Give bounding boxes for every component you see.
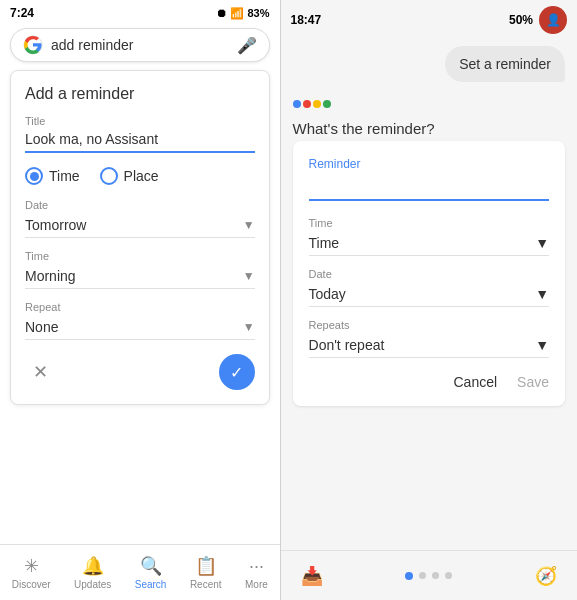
right-status-bar: 18:47 50% 👤 <box>281 0 577 38</box>
recent-icon: 📋 <box>195 555 217 577</box>
right-battery-text: 50% <box>509 13 533 27</box>
date-value: Tomorrow <box>25 217 86 233</box>
close-button[interactable]: ✕ <box>25 357 55 387</box>
card-actions: ✕ ✓ <box>25 354 255 390</box>
repeat-dropdown[interactable]: Repeat None ▼ <box>25 301 255 340</box>
radio-group: Time Place <box>25 167 255 185</box>
nav-dot-3 <box>432 572 439 579</box>
date-label: Date <box>25 199 255 211</box>
nav-dot-1 <box>405 572 413 580</box>
nav-search[interactable]: 🔍 Search <box>135 555 167 590</box>
left-time: 7:24 <box>10 6 34 20</box>
chevron-down-repeats-icon: ▼ <box>535 337 549 353</box>
chevron-down-time-right-icon: ▼ <box>535 235 549 251</box>
time-value: Morning <box>25 268 76 284</box>
discover-icon: ✳ <box>24 555 39 577</box>
dot-red <box>303 100 311 108</box>
right-time: 18:47 <box>291 13 322 27</box>
nav-recent[interactable]: 📋 Recent <box>190 555 222 590</box>
right-status-icons: 50% 👤 <box>509 6 567 34</box>
confirm-button[interactable]: ✓ <box>219 354 255 390</box>
assistant-logo <box>293 100 331 108</box>
nav-more-label: More <box>245 579 268 590</box>
date-form-value-row[interactable]: Today ▼ <box>309 282 549 307</box>
radio-place[interactable]: Place <box>100 167 159 185</box>
title-field-label: Title <box>25 115 255 127</box>
radio-time-label: Time <box>49 168 80 184</box>
chevron-down-icon: ▼ <box>243 218 255 232</box>
date-form-value: Today <box>309 286 346 302</box>
record-icon: ⏺ <box>216 7 227 19</box>
battery-icon: 83% <box>247 7 269 19</box>
mic-icon[interactable]: 🎤 <box>237 36 257 55</box>
reminder-form-label: Reminder <box>309 157 549 171</box>
chevron-down-time-icon: ▼ <box>243 269 255 283</box>
dot-blue <box>293 100 301 108</box>
left-panel: 7:24 ⏺ 📶 83% add reminder 🎤 Add a remind… <box>0 0 280 600</box>
updates-icon: 🔔 <box>82 555 104 577</box>
nav-recent-label: Recent <box>190 579 222 590</box>
time-form-value-row[interactable]: Time ▼ <box>309 231 549 256</box>
time-value-row[interactable]: Morning ▼ <box>25 264 255 289</box>
set-reminder-bubble: Set a reminder <box>445 46 565 82</box>
date-form-label: Date <box>309 268 549 280</box>
save-button[interactable]: Save <box>517 374 549 390</box>
repeat-value-row[interactable]: None ▼ <box>25 315 255 340</box>
cancel-button[interactable]: Cancel <box>453 374 497 390</box>
left-status-bar: 7:24 ⏺ 📶 83% <box>0 0 280 24</box>
nav-updates-label: Updates <box>74 579 111 590</box>
nav-search-label: Search <box>135 579 167 590</box>
time-form-value: Time <box>309 235 340 251</box>
bottom-nav: ✳ Discover 🔔 Updates 🔍 Search 📋 Recent ·… <box>0 544 280 600</box>
form-actions: Cancel Save <box>309 374 549 390</box>
assistant-row <box>293 94 565 108</box>
repeats-form-value-row[interactable]: Don't repeat ▼ <box>309 333 549 358</box>
radio-time[interactable]: Time <box>25 167 80 185</box>
nav-dot-2 <box>419 572 426 579</box>
time-form-label: Time <box>309 217 549 229</box>
wifi-icon: 📶 <box>230 7 244 20</box>
chevron-down-repeat-icon: ▼ <box>243 320 255 334</box>
title-input[interactable] <box>25 129 255 153</box>
chevron-down-date-right-icon: ▼ <box>535 286 549 302</box>
repeat-value: None <box>25 319 58 335</box>
repeats-form-value: Don't repeat <box>309 337 385 353</box>
assistant-question: What's the reminder? <box>293 120 565 137</box>
radio-place-circle <box>100 167 118 185</box>
reminder-card: Add a reminder Title Time Place Date Tom… <box>10 70 270 405</box>
nav-discover[interactable]: ✳ Discover <box>12 555 51 590</box>
nav-discover-label: Discover <box>12 579 51 590</box>
repeats-form-label: Repeats <box>309 319 549 331</box>
time-dropdown[interactable]: Time Morning ▼ <box>25 250 255 289</box>
repeat-label: Repeat <box>25 301 255 313</box>
right-content: Set a reminder What's the reminder? Remi… <box>281 38 577 600</box>
radio-time-circle <box>25 167 43 185</box>
time-label: Time <box>25 250 255 262</box>
avatar: 👤 <box>539 6 567 34</box>
search-icon: 🔍 <box>140 555 162 577</box>
right-nav-dots <box>405 572 452 580</box>
repeats-form-dropdown[interactable]: Repeats Don't repeat ▼ <box>309 319 549 358</box>
dot-green <box>323 100 331 108</box>
search-bar[interactable]: add reminder 🎤 <box>10 28 270 62</box>
date-form-dropdown[interactable]: Date Today ▼ <box>309 268 549 307</box>
date-dropdown[interactable]: Date Tomorrow ▼ <box>25 199 255 238</box>
card-title: Add a reminder <box>25 85 255 103</box>
right-bottom-nav: 📥 🧭 <box>281 550 577 600</box>
more-icon: ··· <box>249 556 264 577</box>
search-text: add reminder <box>51 37 229 53</box>
compass-icon: 🧭 <box>535 565 557 587</box>
left-status-icons: ⏺ 📶 83% <box>216 7 269 20</box>
nav-dot-4 <box>445 572 452 579</box>
date-value-row[interactable]: Tomorrow ▼ <box>25 213 255 238</box>
nav-more[interactable]: ··· More <box>245 556 268 590</box>
right-panel: 18:47 50% 👤 Set a reminder What's the re… <box>281 0 577 600</box>
radio-place-label: Place <box>124 168 159 184</box>
reminder-input[interactable] <box>309 175 549 201</box>
reminder-form: Reminder Time Time ▼ Date Today ▼ Repeat… <box>293 141 565 406</box>
inbox-icon: 📥 <box>301 565 323 587</box>
time-form-dropdown[interactable]: Time Time ▼ <box>309 217 549 256</box>
dot-yellow <box>313 100 321 108</box>
google-logo <box>23 35 43 55</box>
nav-updates[interactable]: 🔔 Updates <box>74 555 111 590</box>
